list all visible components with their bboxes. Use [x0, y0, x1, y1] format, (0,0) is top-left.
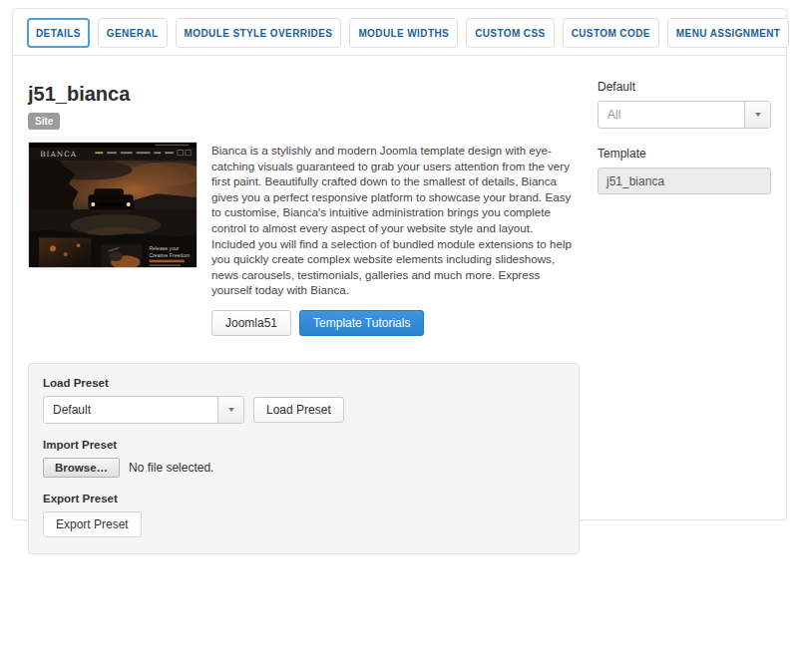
load-preset-row: Default Load Preset [43, 396, 565, 424]
load-preset-button[interactable]: Load Preset [253, 397, 344, 423]
preset-panel: Load Preset Default Load Preset Import P… [28, 363, 580, 554]
template-name-field[interactable]: j51_bianca [598, 168, 771, 194]
tab-custom-css[interactable]: CUSTOM CSS [466, 18, 555, 48]
caret-down-icon [744, 102, 770, 128]
thumb-logo: BIANCA [40, 150, 77, 159]
import-preset-file-row: Browse… No file selected. [43, 458, 565, 478]
joomla51-button[interactable]: Joomla51 [211, 310, 291, 336]
load-preset-select[interactable]: Default [43, 396, 244, 424]
tab-menu-assignment[interactable]: MENU ASSIGNMENT [667, 18, 790, 48]
export-preset-button[interactable]: Export Preset [43, 511, 142, 537]
details-content: j51_bianca Site [13, 56, 786, 554]
file-status-text: No file selected. [129, 461, 213, 475]
thumb-tagline-1: Release your [149, 245, 179, 251]
template-thumbnail: Release your Creative Freedom BIANCA [28, 142, 198, 268]
template-style-panel: DETAILS GENERAL MODULE STYLE OVERRIDES M… [12, 8, 787, 520]
default-select[interactable]: All [598, 101, 771, 129]
tab-module-widths[interactable]: MODULE WIDTHS [349, 18, 458, 48]
default-label: Default [598, 80, 771, 94]
default-selected-value: All [598, 108, 744, 122]
import-preset-label: Import Preset [43, 439, 565, 451]
tab-details[interactable]: DETAILS [27, 18, 90, 48]
load-preset-selected-value: Default [44, 403, 217, 417]
template-links-row: Joomla51 Template Tutorials [211, 310, 580, 336]
browse-file-button[interactable]: Browse… [43, 458, 120, 478]
template-media-row: Release your Creative Freedom BIANCA [28, 142, 580, 298]
template-description: Bianca is a stylishly and modern Joomla … [211, 142, 580, 298]
load-preset-label: Load Preset [43, 377, 565, 389]
tabstrip: DETAILS GENERAL MODULE STYLE OVERRIDES M… [13, 9, 786, 56]
thumb-tagline-2: Creative Freedom [149, 252, 190, 258]
left-column: j51_bianca Site [28, 70, 580, 554]
template-preview-image: Release your Creative Freedom BIANCA [29, 143, 197, 267]
right-column: Default All Template j51_bianca [598, 70, 771, 554]
tab-general[interactable]: GENERAL [98, 18, 168, 48]
template-tutorials-button[interactable]: Template Tutorials [299, 310, 424, 336]
template-label: Template [598, 147, 771, 161]
tab-module-style-overrides[interactable]: MODULE STYLE OVERRIDES [176, 18, 342, 48]
site-badge: Site [28, 113, 60, 130]
tab-custom-code[interactable]: CUSTOM CODE [563, 18, 659, 48]
page-title: j51_bianca [28, 83, 580, 106]
caret-down-icon [217, 397, 243, 423]
export-preset-label: Export Preset [43, 493, 565, 504]
